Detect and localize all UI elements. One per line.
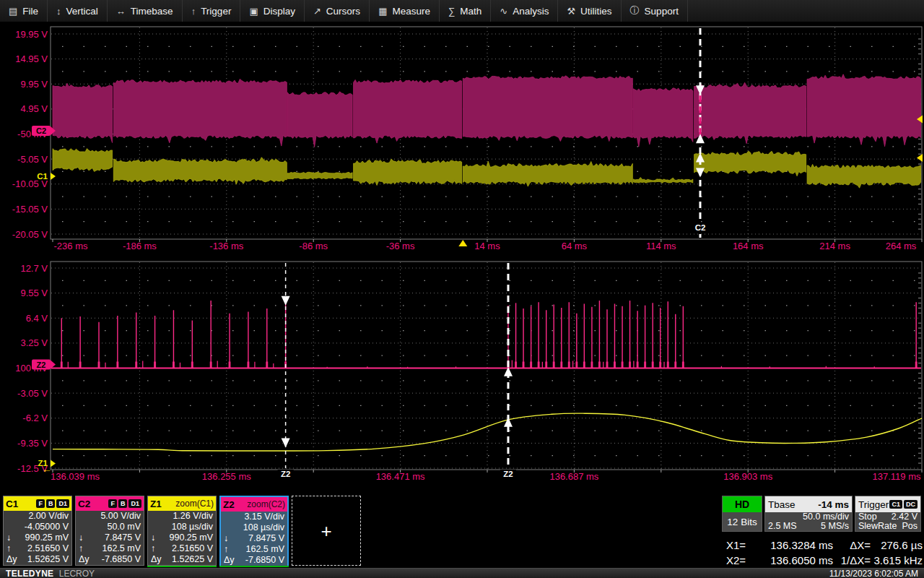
brand-teledyne: TELEDYNE xyxy=(6,569,53,578)
channel-badges: FBD1 xyxy=(108,499,141,508)
badge-d1: D1 xyxy=(56,499,69,508)
measure-icon: ▦ xyxy=(378,6,387,17)
cursors-icon: ↗ xyxy=(313,6,321,17)
descriptor-header: C1FBD1 xyxy=(4,496,71,511)
menu-item-analysis[interactable]: ∿Analysis xyxy=(491,0,558,22)
badge-b: B xyxy=(118,499,128,508)
y-axis-tick: 12.7 V xyxy=(20,263,48,274)
plus-icon: + xyxy=(321,522,331,540)
menu-item-math[interactable]: ∑Math xyxy=(440,0,491,22)
vertical-icon: ↕ xyxy=(56,6,61,17)
menu-item-trigger[interactable]: ↑Trigger xyxy=(183,0,241,22)
x-axis-tick: 136.255 ms xyxy=(202,471,251,482)
descriptor-row: ↑2.51650 V xyxy=(148,543,216,554)
dx-label: ΔX= xyxy=(833,539,873,551)
x-axis-tick: 14 ms xyxy=(474,241,500,251)
x-axis-tick: 214 ms xyxy=(819,241,850,251)
descriptor-c1[interactable]: C1FBD12.00 V/div-4.05000 V↓990.25 mV↑2.5… xyxy=(3,496,72,566)
file-icon: ▤ xyxy=(9,6,17,17)
main-grid: 19.95 V14.95 V9.95 V4.95 V-50 mV-5.05 V-… xyxy=(12,27,923,251)
tbase-samples: 2.5 MS xyxy=(768,522,797,531)
menu-item-timebase[interactable]: ↔Timebase xyxy=(108,0,183,22)
x-axis-tick: 64 ms xyxy=(562,241,588,251)
menu-item-label: File xyxy=(22,6,38,17)
descriptor-row: ↑162.5 mV xyxy=(221,544,287,555)
zoom-source-label: zoom(C2) xyxy=(247,499,285,509)
menu-item-file[interactable]: ▤File xyxy=(0,0,48,22)
trigger-box[interactable]: Trigger C1 DC Stop 2.42 V SlewRate xyxy=(855,496,921,532)
descriptor-values: 5.00 V/div50.0 mV↓7.8475 V↑162.5 mVΔy-7.… xyxy=(76,511,144,565)
display-icon: ▣ xyxy=(249,6,258,17)
x-axis-tick: -136 ms xyxy=(209,241,243,251)
trigger-slope: Pos xyxy=(902,522,918,531)
menu-item-measure[interactable]: ▦Measure xyxy=(370,0,440,22)
descriptor-z1[interactable]: Z1zoom(C1)1.26 V/div108 µs/div↓990.25 mV… xyxy=(147,496,217,566)
x-axis-tick: -36 ms xyxy=(386,241,415,251)
invdx-value: 3.615 kHz xyxy=(873,554,923,566)
x-axis-tick: -186 ms xyxy=(123,241,157,251)
descriptor-row: Δy1.52625 V xyxy=(148,554,216,565)
hd-mode-box[interactable]: HD 12 Bits xyxy=(722,496,762,532)
menu-item-vertical[interactable]: ↕Vertical xyxy=(48,0,108,22)
menu-item-label: Vertical xyxy=(66,6,98,17)
x2-label: X2= xyxy=(726,554,754,566)
descriptor-row: 3.15 V/div xyxy=(221,512,287,522)
cursor-label: Z2 xyxy=(281,470,290,478)
channel-id: Z2 xyxy=(223,499,235,510)
descriptor-row: Δy-7.6850 V xyxy=(221,555,287,566)
y-axis-tick: 3.25 V xyxy=(20,337,48,348)
descriptor-c2[interactable]: C2FBD15.00 V/div50.0 mV↓7.8475 V↑162.5 m… xyxy=(75,496,144,566)
descriptor-row: ↓7.8475 V xyxy=(221,533,287,544)
x-axis-tick: 164 ms xyxy=(733,241,764,251)
menu-item-label: Cursors xyxy=(326,6,360,17)
cursor-label: Z2 xyxy=(503,470,513,478)
menu-item-label: Support xyxy=(645,6,679,17)
y-axis-tick: -20.05 V xyxy=(12,229,48,240)
descriptor-z2[interactable]: Z2zoom(C2)3.15 V/div108 µs/div↓7.8475 V↑… xyxy=(219,496,289,566)
hd-label: HD xyxy=(723,496,762,512)
x-axis-tick: -86 ms xyxy=(299,241,328,251)
brand-logo: TELEDYNE LECROY xyxy=(6,569,95,578)
svg-text:C2: C2 xyxy=(36,126,46,135)
dx-value: 276.6 µs xyxy=(873,539,923,551)
descriptor-row: ↓990.25 mV xyxy=(148,532,216,543)
trigger-icon: ↑ xyxy=(191,6,196,17)
descriptor-header: Z1zoom(C1) xyxy=(148,496,216,511)
x-axis-tick: 136.687 ms xyxy=(549,471,598,482)
descriptor-row: ↓990.25 mV xyxy=(4,532,71,543)
menu-item-utilities[interactable]: ⚒Utilities xyxy=(558,0,621,22)
timebase-box[interactable]: Tbase -14 ms 50.0 ms/div 2.5 MS 5 MS/s xyxy=(764,496,853,532)
analysis-icon: ∿ xyxy=(500,6,507,17)
trigger-time-marker[interactable] xyxy=(458,240,467,246)
descriptor-row: 1.26 V/div xyxy=(148,511,216,522)
channel-id: C1 xyxy=(6,499,18,509)
menu-item-support[interactable]: ⓘSupport xyxy=(622,0,688,22)
zoom-grid: 12.7 V9.55 V6.4 V3.25 V100 mV-3.05 V-6.2… xyxy=(15,262,922,482)
y-axis-tick: -15.05 V xyxy=(12,204,48,215)
descriptor-panel: C1FBD12.00 V/div-4.05000 V↓990.25 mV↑2.5… xyxy=(0,493,924,568)
badge-f: F xyxy=(36,499,45,508)
descriptor-row: 108 µs/div xyxy=(148,522,216,532)
x-axis-tick: 136.039 ms xyxy=(51,471,100,482)
oscilloscope-app: ▤File↕Vertical↔Timebase↑Trigger▣Display↗… xyxy=(0,0,924,578)
menu-bar: ▤File↕Vertical↔Timebase↑Trigger▣Display↗… xyxy=(0,0,924,22)
tbase-rate: 5 MS/s xyxy=(821,522,849,531)
x-axis-tick: 114 ms xyxy=(646,241,676,251)
y-axis-tick: -6.2 V xyxy=(22,413,48,423)
channel-id: Z1 xyxy=(150,499,162,509)
descriptor-row: 5.00 V/div xyxy=(76,511,144,522)
add-trace-button[interactable]: + xyxy=(292,496,361,566)
descriptor-values: 1.26 V/div108 µs/div↓990.25 mV↑2.51650 V… xyxy=(148,511,216,565)
menu-item-label: Analysis xyxy=(513,6,549,17)
descriptor-header: C2FBD1 xyxy=(76,496,144,511)
zoom-source-label: zoom(C1) xyxy=(175,499,214,509)
x-axis-tick: -236 ms xyxy=(54,241,88,251)
tbase-offset: -14 ms xyxy=(818,499,849,510)
badge-d1: D1 xyxy=(128,499,141,508)
menu-item-display[interactable]: ▣Display xyxy=(240,0,305,22)
descriptor-values: 3.15 V/div108 µs/div↓7.8475 V↑162.5 mVΔy… xyxy=(221,512,287,566)
y-axis-tick: 9.55 V xyxy=(20,288,48,298)
channel-badges: FBD1 xyxy=(36,499,69,508)
menu-item-cursors[interactable]: ↗Cursors xyxy=(305,0,370,22)
y-axis-tick: -9.35 V xyxy=(17,438,48,449)
